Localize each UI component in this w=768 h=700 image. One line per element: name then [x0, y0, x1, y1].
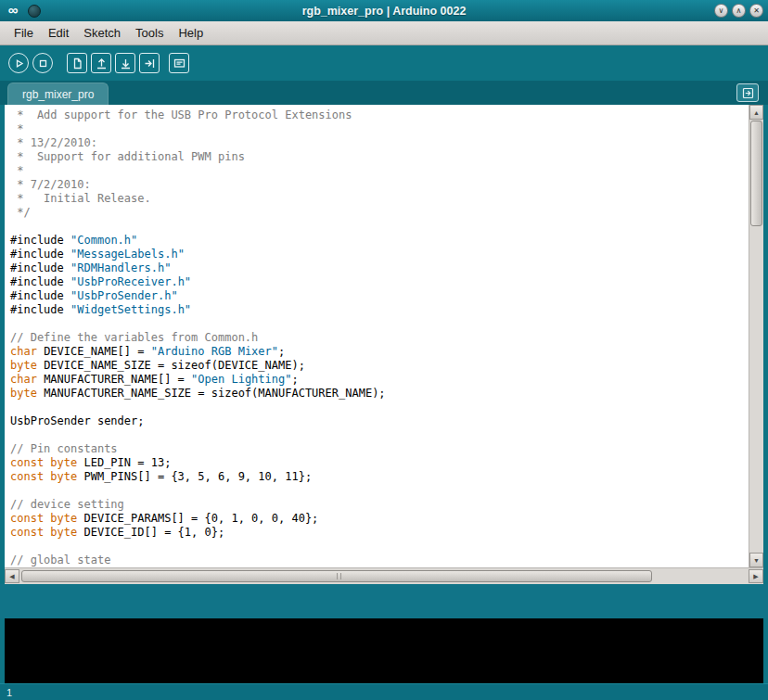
horizontal-scroll-thumb[interactable] — [21, 570, 652, 582]
menu-help[interactable]: Help — [173, 23, 209, 43]
stop-icon — [37, 57, 49, 70]
scroll-left-button[interactable]: ◀ — [5, 569, 19, 583]
code-line: byte MANUFACTURER_NAME_SIZE = sizeof(MAN… — [10, 387, 749, 401]
maximize-button[interactable]: ∧ — [732, 4, 746, 18]
code-line: const byte LED_PIN = 13; — [10, 456, 749, 470]
tab-label: rgb_mixer_pro — [22, 88, 94, 101]
window-title: rgb_mixer_pro | Arduino 0022 — [0, 5, 768, 18]
code-line: // device setting — [10, 498, 749, 512]
window-menu-button[interactable] — [28, 5, 41, 18]
code-line — [10, 220, 749, 234]
code-line: #include "UsbProReceiver.h" — [10, 275, 749, 289]
code-line: UsbProSender sender; — [10, 414, 749, 428]
scroll-right-button[interactable]: ▶ — [749, 569, 763, 583]
serial-monitor-icon — [173, 57, 186, 70]
save-sketch-button[interactable] — [115, 53, 135, 73]
code-line — [10, 484, 749, 498]
arduino-logo-icon: ∞ — [5, 3, 21, 19]
code-line: #include "MessageLabels.h" — [10, 248, 749, 261]
code-line: char MANUFACTURER_NAME[] = "Open Lightin… — [10, 373, 749, 387]
menu-edit[interactable]: Edit — [43, 23, 74, 43]
code-line: const byte DEVICE_ID[] = {1, 0}; — [10, 526, 749, 540]
code-line: #include "UsbProSender.h" — [10, 289, 749, 303]
code-line: const byte PWM_PINS[] = {3, 5, 6, 9, 10,… — [10, 470, 749, 484]
code-line: * 13/2/2010: — [10, 136, 749, 150]
code-line: byte DEVICE_NAME_SIZE = sizeof(DEVICE_NA… — [10, 359, 749, 373]
scroll-down-icon: ▼ — [753, 557, 760, 564]
scroll-up-icon: ▲ — [753, 109, 760, 116]
upload-button[interactable] — [139, 53, 160, 73]
code-line: // Pin constants — [10, 442, 749, 456]
stop-button[interactable] — [32, 53, 53, 73]
code-line: // global state — [10, 554, 749, 567]
menu-bar: File Edit Sketch Tools Help — [0, 21, 768, 45]
menu-sketch[interactable]: Sketch — [78, 23, 126, 43]
close-button[interactable]: ✕ — [749, 4, 763, 18]
scroll-left-icon: ◀ — [9, 573, 14, 579]
code-line: #include "WidgetSettings.h" — [10, 303, 749, 317]
horizontal-scrollbar[interactable]: ◀ ▶ — [5, 567, 763, 584]
code-line: * — [10, 122, 749, 136]
title-bar[interactable]: ∞ rgb_mixer_pro | Arduino 0022 ∨ ∧ ✕ — [0, 0, 768, 21]
code-line — [10, 401, 749, 414]
status-message-bar — [0, 584, 768, 618]
code-lines: * Add support for the USB Pro Protocol E… — [10, 108, 749, 567]
new-sketch-button[interactable] — [67, 53, 87, 73]
play-icon — [13, 57, 25, 70]
scroll-right-icon: ▶ — [753, 573, 758, 579]
tab-bar: rgb_mixer_pro — [0, 81, 768, 105]
serial-monitor-button[interactable] — [169, 53, 189, 73]
verify-button[interactable] — [8, 53, 29, 73]
code-line: * — [10, 164, 749, 178]
console-output — [5, 618, 763, 683]
code-line — [10, 540, 749, 554]
tab-rgb-mixer-pro[interactable]: rgb_mixer_pro — [7, 83, 109, 105]
menu-file[interactable]: File — [8, 23, 39, 43]
tab-menu-button[interactable] — [736, 83, 759, 102]
code-line: * Support for additional PWM pins — [10, 150, 749, 164]
code-line: * Add support for the USB Pro Protocol E… — [10, 108, 749, 122]
maximize-icon: ∧ — [736, 7, 742, 15]
scroll-up-button[interactable]: ▲ — [749, 105, 763, 120]
code-editor[interactable]: * Add support for the USB Pro Protocol E… — [5, 105, 749, 567]
close-icon: ✕ — [753, 7, 760, 15]
down-arrow-icon — [120, 57, 132, 70]
code-line — [10, 428, 749, 442]
minimize-button[interactable]: ∨ — [714, 4, 728, 18]
menu-tools[interactable]: Tools — [130, 23, 169, 43]
tab-menu-icon — [742, 87, 754, 99]
code-line: */ — [10, 206, 749, 220]
code-line: * 7/2/2010: — [10, 178, 749, 192]
code-line — [10, 317, 749, 331]
scroll-down-button[interactable]: ▼ — [749, 553, 763, 567]
scroll-thumb-grip — [337, 573, 341, 579]
code-line: const byte DEVICE_PARAMS[] = {0, 1, 0, 0… — [10, 512, 749, 526]
code-line: #include "RDMHandlers.h" — [10, 261, 749, 275]
up-arrow-icon — [96, 57, 108, 70]
current-line-number: 1 — [6, 687, 12, 698]
right-arrow-icon — [144, 57, 156, 70]
vertical-scrollbar[interactable]: ▲ ▼ — [749, 105, 763, 567]
code-line: char DEVICE_NAME[] = "Arduino RGB Mixer"… — [10, 345, 749, 359]
code-line: * Initial Release. — [10, 192, 749, 206]
code-line: // Define the variables from Common.h — [10, 331, 749, 345]
editor-pane: * Add support for the USB Pro Protocol E… — [5, 105, 763, 567]
open-sketch-button[interactable] — [91, 53, 111, 73]
line-number-bar: 1 — [0, 683, 768, 700]
new-file-icon — [71, 57, 83, 70]
minimize-icon: ∨ — [719, 7, 724, 15]
code-line: #include "Common.h" — [10, 234, 749, 248]
vertical-scroll-thumb[interactable] — [750, 121, 762, 226]
toolbar — [0, 45, 768, 81]
